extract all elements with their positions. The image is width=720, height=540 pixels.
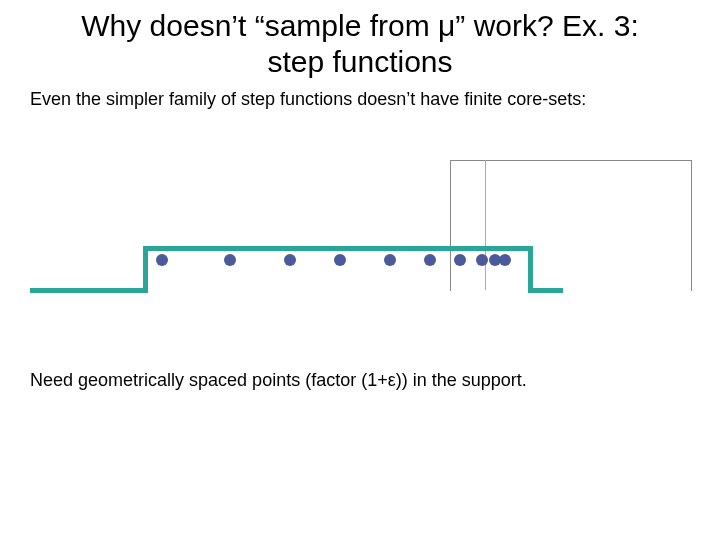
- data-dot: [224, 254, 236, 266]
- title-line-1: Why doesn’t “sample from μ” work? Ex. 3:: [81, 9, 638, 42]
- data-dot: [156, 254, 168, 266]
- title-line-2: step functions: [267, 45, 452, 78]
- axis-tick: [485, 160, 486, 290]
- step-top: [143, 246, 533, 251]
- data-dot: [424, 254, 436, 266]
- body-text-1: Even the simpler family of step function…: [0, 80, 720, 111]
- data-dot: [499, 254, 511, 266]
- step-function-figure: [30, 160, 690, 330]
- step-baseline-right: [528, 288, 563, 293]
- data-dot: [454, 254, 466, 266]
- slide: Why doesn’t “sample from μ” work? Ex. 3:…: [0, 0, 720, 540]
- step-rise-left: [143, 248, 148, 293]
- data-dot: [284, 254, 296, 266]
- closing-text: Need geometrically spaced points (factor…: [30, 370, 690, 391]
- slide-title: Why doesn’t “sample from μ” work? Ex. 3:…: [0, 0, 720, 80]
- step-drop-right: [528, 248, 533, 293]
- data-dot: [476, 254, 488, 266]
- data-dot: [384, 254, 396, 266]
- axis-box: [450, 160, 692, 291]
- step-baseline-left: [30, 288, 145, 293]
- data-dot: [334, 254, 346, 266]
